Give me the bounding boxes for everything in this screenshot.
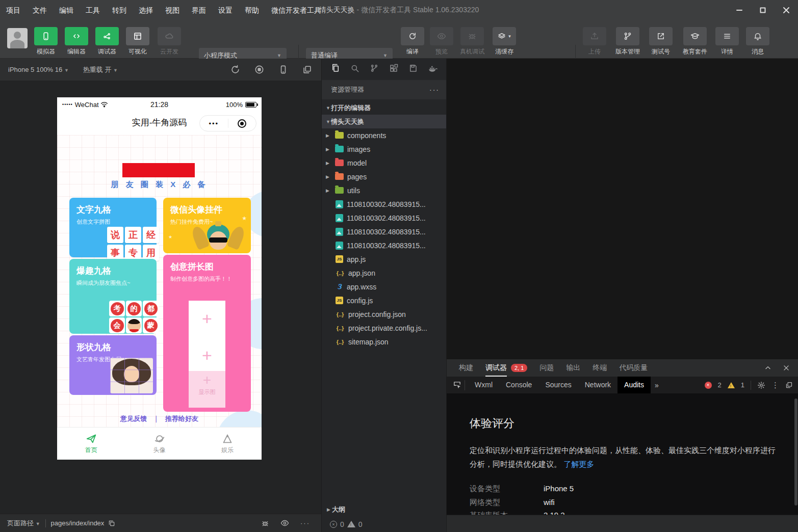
copy-icon[interactable]	[108, 520, 115, 527]
minimize-button[interactable]	[728, 0, 751, 20]
tab-fun[interactable]: 娱乐	[193, 428, 262, 460]
menu-goto[interactable]: 转到	[106, 0, 133, 20]
card-text-grid[interactable]: 文字九格 创意文字拼图 说 正 经 事 专 用	[69, 198, 157, 257]
menu-select[interactable]: 选择	[133, 0, 159, 20]
maximize-button[interactable]	[751, 0, 775, 20]
menu-devtools[interactable]: 微信开发者工具	[265, 0, 327, 20]
file-config-js[interactable]: JS config.js	[322, 294, 447, 307]
preview-button[interactable]: 预览	[428, 27, 455, 56]
page-path-select[interactable]: 页面路径 ▼	[7, 519, 40, 528]
docker-whale-icon[interactable]	[428, 64, 437, 73]
more-actions-icon[interactable]: ···	[429, 86, 440, 94]
menu-interface[interactable]: 界面	[186, 0, 212, 20]
multi-window-icon[interactable]	[302, 65, 312, 74]
menu-view[interactable]: 视图	[159, 0, 186, 20]
tab-output[interactable]: 输出	[566, 359, 580, 377]
file-project-config[interactable]: {..} project.config.json	[322, 307, 447, 321]
inspect-cursor-icon[interactable]	[453, 381, 461, 389]
card-avatar-pendant[interactable]: 微信头像挂件 热门挂件免费用~ ★ ★	[163, 198, 251, 253]
clear-cache-button[interactable]: ▼ 清缓存	[490, 27, 519, 56]
device-select[interactable]: iPhone 5 100% 16 ▼	[8, 66, 69, 73]
devtools-tab-console[interactable]: Console	[499, 377, 538, 393]
folder-utils[interactable]: ▶ utils	[322, 183, 447, 197]
stop-icon[interactable]	[254, 65, 264, 74]
more-dots-icon[interactable]: ···	[300, 519, 310, 527]
debugger-toggle[interactable]: 调试器	[92, 27, 122, 56]
file-app-js[interactable]: JS app.js	[322, 252, 447, 266]
git-branch-icon[interactable]	[370, 64, 379, 73]
tab-home[interactable]: 首页	[57, 428, 125, 460]
devtools-tab-audits[interactable]: Audits	[617, 377, 651, 393]
rotate-icon[interactable]	[230, 65, 240, 74]
search-icon[interactable]	[350, 64, 359, 73]
undock-icon[interactable]	[785, 381, 793, 389]
visual-toggle[interactable]: 可视化	[122, 27, 153, 56]
tab-code-quality[interactable]: 代码质量	[619, 359, 648, 377]
messages-button[interactable]: 消息	[744, 27, 771, 56]
menu-tools[interactable]: 工具	[80, 0, 106, 20]
file-image-4[interactable]: 1108100302.48083915...	[322, 238, 447, 252]
menu-edit[interactable]: 编辑	[53, 0, 80, 20]
exit-miniprogram-button[interactable]	[228, 119, 256, 128]
kebab-menu-icon[interactable]: ⋮	[771, 381, 779, 390]
files-icon[interactable]	[331, 64, 340, 73]
hot-reload-toggle[interactable]: 热重载 开 ▼	[83, 65, 118, 74]
folder-images[interactable]: ▶ images	[322, 142, 447, 156]
tab-debugger[interactable]: 调试器	[485, 359, 507, 377]
menu-help[interactable]: 帮助	[239, 0, 265, 20]
close-panel-icon[interactable]	[783, 364, 790, 371]
feedback-link[interactable]: 意见反馈	[120, 415, 147, 422]
upload-button[interactable]: 上传	[581, 27, 608, 56]
scrollbar[interactable]	[794, 398, 797, 506]
section-open-editors[interactable]: ▼ 打开的编辑器	[322, 101, 447, 115]
folder-components[interactable]: ▶ components	[322, 128, 447, 142]
menu-project[interactable]: 项目	[0, 0, 27, 20]
more-menu-button[interactable]: •••	[200, 120, 228, 127]
simulator-toggle[interactable]: 模拟器	[31, 27, 61, 56]
learn-more-link[interactable]: 了解更多	[563, 460, 594, 468]
menu-file[interactable]: 文件	[27, 0, 53, 20]
tab-problems[interactable]: 问题	[539, 359, 554, 377]
file-sitemap-json[interactable]: {..} sitemap.json	[322, 335, 447, 349]
file-image-3[interactable]: 1108100302.48083915...	[322, 225, 447, 238]
devtools-tab-wxml[interactable]: Wxml	[468, 377, 499, 393]
section-outline[interactable]: ▶ 大纲	[322, 503, 447, 516]
card-fun-grid[interactable]: 爆趣九格 瞬间成为朋友圈焦点~ 考 的 都 会 蒙	[69, 259, 157, 334]
section-project-root[interactable]: ▼ 情头天天换	[322, 115, 447, 128]
card-shape-grid[interactable]: 形状九格 文艺青年发图专属	[69, 335, 157, 395]
menu-settings[interactable]: 设置	[212, 0, 239, 20]
close-button[interactable]	[775, 0, 798, 20]
devtools-tab-sources[interactable]: Sources	[538, 377, 578, 393]
device-frame-icon[interactable]	[278, 65, 288, 74]
recommend-link[interactable]: 推荐给好友	[165, 415, 198, 422]
details-button[interactable]: 详情	[714, 27, 740, 56]
tab-avatar[interactable]: 头像	[125, 428, 194, 460]
tab-terminal[interactable]: 终端	[593, 359, 607, 377]
devtools-tab-network[interactable]: Network	[578, 377, 617, 393]
tab-build[interactable]: 构建	[459, 359, 473, 377]
folder-model[interactable]: ▶ model	[322, 156, 447, 170]
education-kit-button[interactable]: 教育套件	[679, 27, 711, 56]
folder-pages[interactable]: ▶ pages	[322, 170, 447, 183]
user-avatar[interactable]	[7, 28, 28, 48]
collapse-panel-icon[interactable]	[764, 364, 771, 371]
extensions-icon[interactable]	[389, 64, 398, 73]
bug-icon[interactable]	[261, 519, 269, 527]
banner-image[interactable]	[122, 163, 195, 177]
file-project-private-config[interactable]: {..} project.private.config.js...	[322, 321, 447, 335]
file-app-wxss[interactable]: Ɜ app.wxss	[322, 280, 447, 294]
file-image-1[interactable]: 1108100302.48083915...	[322, 197, 447, 211]
file-image-2[interactable]: 1108100302.48083915...	[322, 211, 447, 225]
version-control-button[interactable]: 版本管理	[612, 27, 643, 56]
device-debug-button[interactable]: 真机调试	[458, 27, 486, 56]
test-account-button[interactable]: 测试号	[648, 27, 674, 56]
save-icon[interactable]	[408, 64, 418, 73]
compile-button[interactable]: 编译	[399, 27, 426, 56]
file-app-json[interactable]: {..} app.json	[322, 266, 447, 280]
eye-icon[interactable]	[280, 519, 289, 527]
tabs-overflow-icon[interactable]: »	[655, 381, 659, 389]
cloud-dev-toggle[interactable]: 云开发	[154, 27, 185, 56]
card-long-image[interactable]: 创意拼长图 制作创意多图的高手！！ + + + 显示图	[163, 255, 251, 412]
editor-toggle[interactable]: 编辑器	[61, 27, 92, 56]
problems-summary[interactable]: × 0 ! 0	[322, 516, 447, 532]
